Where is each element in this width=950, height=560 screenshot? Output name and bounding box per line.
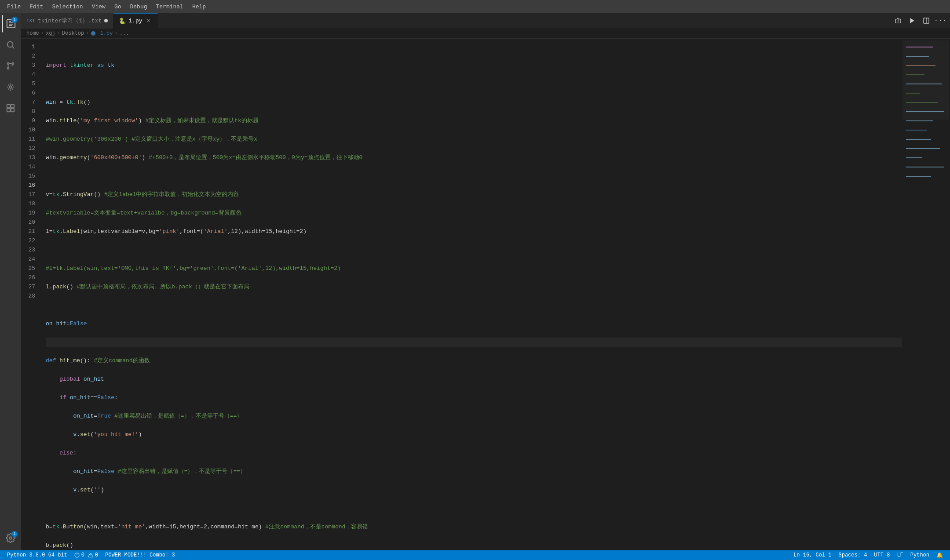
breadcrumb-more[interactable]: ... (120, 30, 129, 36)
error-count: 0 (81, 552, 84, 558)
explorer-icon[interactable]: 1 (2, 15, 19, 33)
run-button[interactable] (906, 15, 918, 27)
minimap (902, 39, 950, 550)
tab-py-label: 1.py (128, 18, 142, 24)
line-num-1: 1 (21, 42, 42, 51)
line-num-19: 19 (21, 208, 42, 218)
tab-txt-label: tkinter学习（1）.txt (38, 17, 102, 25)
status-line-ending[interactable]: LF (893, 550, 906, 560)
menu-file[interactable]: File (4, 3, 24, 11)
menu-go[interactable]: Go (111, 3, 125, 11)
code-line-21: v.set('you hit me!') (46, 430, 902, 439)
tab-txt[interactable]: TXT tkinter学习（1）.txt (21, 13, 113, 29)
code-line-11 (46, 245, 902, 255)
code-line-5: #win.geometry('300x200') #定义窗口大小，注意是x（字母… (46, 135, 902, 144)
status-power-mode[interactable]: POWER MODE!!! Combo: 3 (102, 550, 178, 560)
status-right: Ln 16, Col 1 Spaces: 4 UTF-8 LF Python 🔔 (790, 550, 946, 560)
source-control-icon[interactable] (2, 57, 19, 75)
breadcrumb-home[interactable]: home (26, 30, 39, 36)
code-line-26: b=tk.Button(win,text='hit me',width=15,h… (46, 522, 902, 531)
line-num-25: 25 (21, 264, 42, 273)
line-num-21: 21 (21, 227, 42, 236)
menu-edit[interactable]: Edit (26, 3, 47, 11)
line-num-14: 14 (21, 162, 42, 171)
svg-point-17 (91, 31, 95, 36)
tab-py[interactable]: 🐍 1.py × (113, 13, 157, 29)
code-line-2 (46, 79, 902, 88)
breadcrumb-file[interactable]: 1.py (91, 30, 113, 36)
svg-point-1 (7, 42, 13, 47)
code-line-17: def hit_me(): #定义command的函数 (46, 356, 902, 365)
debug-icon[interactable] (2, 78, 19, 96)
code-line-3: win = tk.Tk() (46, 98, 902, 107)
line-num-23: 23 (21, 245, 42, 255)
menubar: File Edit Selection View Go Debug Termin… (0, 0, 950, 13)
code-line-19: if on_hit==False: (46, 393, 902, 402)
breadcrumb-desktop[interactable]: Desktop (62, 30, 84, 36)
code-line-8: v=tk.StringVar() #定义label中的字符串取值，初始化文本为空… (46, 190, 902, 199)
tab-txt-icon: TXT (26, 18, 35, 23)
status-bell[interactable]: 🔔 (933, 550, 946, 560)
svg-point-7 (9, 86, 12, 88)
line-num-15: 15 (21, 171, 42, 181)
code-line-7 (46, 171, 902, 181)
breadcrumb-sep3: › (86, 30, 89, 36)
line-num-4: 4 (21, 70, 42, 79)
svg-rect-19 (902, 40, 949, 120)
main-layout: 1 1 TXT tkinter学习（1）.txt (0, 13, 950, 550)
search-icon[interactable] (2, 36, 19, 54)
settings-icon[interactable]: 1 (2, 529, 19, 547)
line-num-22: 22 (21, 236, 42, 245)
line-num-16: 16 (21, 181, 42, 190)
line-numbers: 1234567891011121314151617181920212223242… (21, 39, 42, 550)
tab-py-close[interactable]: × (145, 18, 152, 25)
code-line-18: global on_hit (46, 375, 902, 384)
minimap-canvas (902, 39, 950, 550)
line-num-5: 5 (21, 79, 42, 88)
more-actions-button[interactable]: ··· (934, 15, 946, 27)
breadcrumb-sep2: › (57, 30, 60, 36)
status-position[interactable]: Ln 16, Col 1 (790, 550, 835, 560)
code-content[interactable]: import tkinter as tk win = tk.Tk() win.t… (42, 39, 902, 550)
svg-point-3 (7, 63, 9, 65)
extensions-icon[interactable] (2, 99, 19, 117)
menu-debug[interactable]: Debug (126, 3, 150, 11)
line-num-17: 17 (21, 190, 42, 199)
tab-toolbar: ··· (892, 15, 950, 27)
menu-view[interactable]: View (88, 3, 109, 11)
svg-point-5 (7, 68, 9, 69)
code-line-12: #l=tk.Label(win,text='OMG,this is TK!',b… (46, 264, 902, 273)
line-num-7: 7 (21, 98, 42, 107)
code-line-4: win.title('my first window') #定义标题，如果未设置… (46, 116, 902, 125)
line-num-12: 12 (21, 144, 42, 153)
activity-bar: 1 1 (0, 13, 21, 550)
status-python-version[interactable]: Python 3.8.0 64-bit (4, 550, 71, 560)
line-num-24: 24 (21, 255, 42, 264)
line-num-28: 28 (21, 291, 42, 301)
status-encoding[interactable]: UTF-8 (870, 550, 893, 560)
code-line-6: win.geometry('600x400+500+0') #+500+0，是布… (46, 153, 902, 162)
code-line-22: else: (46, 448, 902, 458)
breadcrumb-xgj[interactable]: xgj (46, 30, 55, 36)
menu-selection[interactable]: Selection (48, 3, 86, 11)
status-language[interactable]: Python (907, 550, 933, 560)
line-num-3: 3 (21, 61, 42, 70)
code-editor[interactable]: 1234567891011121314151617181920212223242… (21, 39, 902, 550)
menu-terminal[interactable]: Terminal (153, 3, 187, 11)
tab-bar: TXT tkinter学习（1）.txt 🐍 1.py × (21, 13, 950, 29)
code-line-13: l.pack() #默认居中顶格布局，依次布局。所以b.pack（）就是在它下面… (46, 282, 902, 291)
status-errors[interactable]: 0 0 (71, 550, 102, 560)
menu-help[interactable]: Help (189, 3, 209, 11)
open-remote-button[interactable] (892, 15, 904, 27)
svg-rect-10 (7, 109, 10, 112)
status-spaces[interactable]: Spaces: 4 (835, 550, 871, 560)
line-num-26: 26 (21, 273, 42, 282)
line-num-2: 2 (21, 51, 42, 61)
svg-point-12 (9, 537, 12, 539)
explorer-badge: 1 (11, 17, 18, 23)
breadcrumb-sep4: › (114, 30, 117, 36)
status-bar: Python 3.8.0 64-bit 0 0 POWER MODE!!! Co… (0, 550, 950, 560)
code-area: 1234567891011121314151617181920212223242… (21, 39, 950, 550)
split-editor-button[interactable] (920, 15, 932, 27)
line-num-9: 9 (21, 116, 42, 125)
